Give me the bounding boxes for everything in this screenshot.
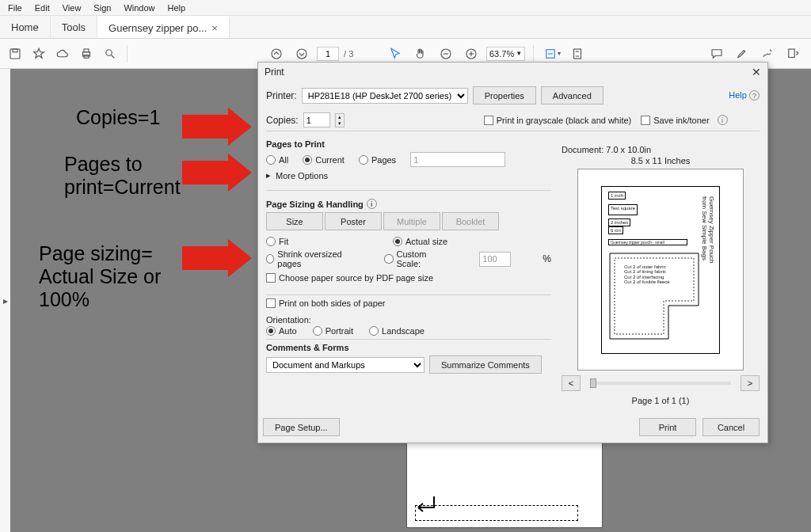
summarize-button[interactable]: Summarize Comments bbox=[429, 355, 542, 374]
multiple-tab-button[interactable]: Multiple bbox=[383, 212, 440, 230]
page-setup-button[interactable]: Page Setup... bbox=[263, 418, 340, 436]
copies-label: Copies: bbox=[266, 115, 299, 126]
help-link[interactable]: Help ? bbox=[729, 90, 760, 101]
zoom-out-icon[interactable] bbox=[436, 44, 456, 64]
menu-edit[interactable]: Edit bbox=[30, 2, 55, 14]
help-info-icon: ? bbox=[749, 90, 760, 101]
more-tools-icon[interactable] bbox=[782, 44, 803, 64]
menu-view[interactable]: View bbox=[58, 2, 86, 14]
sizing-heading: Page Sizing & Handlingi bbox=[266, 199, 551, 209]
save-icon[interactable] bbox=[5, 44, 25, 64]
fit-radio[interactable]: Fit bbox=[266, 237, 361, 246]
advanced-button[interactable]: Advanced bbox=[541, 86, 603, 104]
menu-file[interactable]: File bbox=[3, 2, 27, 14]
copies-input[interactable] bbox=[303, 112, 330, 127]
pages-range-radio[interactable]: Pages bbox=[359, 155, 396, 165]
svg-rect-0 bbox=[10, 49, 20, 59]
more-options-toggle[interactable]: ▸ More Options bbox=[266, 170, 551, 180]
actual-size-radio[interactable]: Actual size bbox=[393, 237, 447, 246]
fit-width-icon[interactable]: ▾ bbox=[542, 44, 562, 64]
preview-slider[interactable] bbox=[590, 382, 731, 385]
menu-window[interactable]: Window bbox=[119, 2, 159, 14]
svg-rect-16 bbox=[789, 49, 795, 58]
page-number-input[interactable] bbox=[317, 47, 339, 61]
print-dialog: Print ✕ Printer: HP281E18 (HP DeskJet 27… bbox=[257, 62, 768, 443]
preview-cut-text: Cut 2 of outer fabricCut 2 of lining fab… bbox=[624, 264, 670, 285]
doc-dimensions-label: Document: 7.0 x 10.0in bbox=[562, 145, 760, 154]
sheet-dimensions-label: 8.5 x 11 Inches bbox=[562, 156, 760, 165]
svg-rect-3 bbox=[84, 49, 89, 52]
printer-label: Printer: bbox=[266, 90, 297, 101]
shrink-radio[interactable]: Shrink oversized pages bbox=[266, 249, 352, 268]
print-icon[interactable] bbox=[76, 44, 97, 64]
close-icon[interactable]: ✕ bbox=[752, 66, 761, 78]
paper-source-checkbox[interactable]: Choose paper source by PDF page size bbox=[266, 273, 433, 283]
preview-prev-button[interactable]: < bbox=[562, 375, 581, 391]
preview-six-cm: 6 cm bbox=[608, 226, 623, 234]
svg-point-7 bbox=[272, 49, 281, 59]
print-button[interactable]: Print bbox=[639, 418, 696, 436]
comments-select[interactable]: Document and Markups bbox=[266, 357, 425, 373]
annotation-sizing: Page sizing= Actual Size or 100% bbox=[39, 242, 161, 311]
orientation-label: Orientation: bbox=[266, 315, 551, 325]
info-icon: i bbox=[718, 115, 728, 125]
select-tool-icon[interactable] bbox=[385, 44, 406, 64]
custom-scale-radio[interactable]: Custom Scale: bbox=[384, 249, 447, 268]
menu-bar: File Edit View Sign Window Help bbox=[0, 0, 811, 16]
annotation-copies: Copies=1 bbox=[76, 106, 160, 129]
svg-point-8 bbox=[297, 49, 307, 59]
print-preview: Guernsey Zipper Pouchfrom Sew Simple Bag… bbox=[577, 169, 744, 370]
grayscale-checkbox[interactable]: Print in grayscale (black and white) bbox=[484, 116, 632, 125]
preview-doc-title: Guernsey Zipper Pouchfrom Sew Simple Bag… bbox=[700, 196, 714, 264]
tab-document[interactable]: Guernsey zipper po... × bbox=[97, 16, 230, 38]
duplex-checkbox[interactable]: Print on both sides of paper bbox=[266, 298, 386, 308]
preview-page-label: Page 1 of 1 (1) bbox=[562, 396, 760, 405]
poster-tab-button[interactable]: Poster bbox=[325, 212, 382, 230]
fit-page-icon[interactable] bbox=[567, 44, 588, 64]
arrow-graphic-icon bbox=[412, 493, 436, 517]
tab-document-label: Guernsey zipper po... bbox=[109, 22, 207, 34]
cancel-button[interactable]: Cancel bbox=[702, 418, 760, 436]
save-ink-checkbox[interactable]: Save ink/toner bbox=[641, 116, 709, 125]
dialog-title: Print bbox=[265, 66, 284, 78]
svg-rect-1 bbox=[13, 49, 17, 52]
side-panel-toggle[interactable]: ▸ bbox=[0, 69, 10, 532]
pages-to-print-heading: Pages to Print bbox=[266, 139, 551, 149]
info-icon: i bbox=[367, 199, 377, 209]
size-tab-button[interactable]: Size bbox=[266, 212, 323, 230]
orientation-portrait-radio[interactable]: Portrait bbox=[313, 326, 353, 336]
cloud-icon[interactable] bbox=[52, 44, 73, 64]
search-icon[interactable] bbox=[100, 44, 120, 64]
preview-test-square: Test square bbox=[608, 204, 638, 215]
zoom-in-icon[interactable] bbox=[461, 44, 482, 64]
zoom-select[interactable]: 63.7%▼ bbox=[486, 47, 525, 61]
tab-home[interactable]: Home bbox=[0, 16, 51, 38]
menu-help[interactable]: Help bbox=[163, 2, 191, 14]
properties-button[interactable]: Properties bbox=[473, 86, 536, 104]
menu-sign[interactable]: Sign bbox=[89, 2, 116, 14]
preview-one-inch: 1 inch bbox=[608, 192, 626, 200]
printer-select[interactable]: HP281E18 (HP DeskJet 2700 series) bbox=[302, 88, 468, 104]
tab-tools[interactable]: Tools bbox=[51, 16, 97, 38]
sign-icon[interactable] bbox=[757, 44, 778, 64]
percent-label: % bbox=[543, 253, 551, 264]
orientation-landscape-radio[interactable]: Landscape bbox=[369, 326, 425, 336]
star-icon[interactable] bbox=[29, 44, 49, 64]
pages-all-radio[interactable]: All bbox=[266, 155, 288, 165]
booklet-tab-button[interactable]: Booklet bbox=[442, 212, 499, 230]
page-down-icon[interactable] bbox=[291, 44, 312, 64]
preview-label-bar: Guernsey zipper pouch - small bbox=[608, 239, 687, 245]
highlight-icon[interactable] bbox=[732, 44, 752, 64]
preview-next-button[interactable]: > bbox=[741, 375, 760, 391]
orientation-auto-radio[interactable]: Auto bbox=[266, 326, 297, 336]
comment-icon[interactable] bbox=[706, 44, 727, 64]
copies-spinner[interactable]: ▴▾ bbox=[335, 113, 345, 127]
page-total: 3 bbox=[348, 49, 353, 59]
page-up-icon[interactable] bbox=[266, 44, 287, 64]
custom-scale-input bbox=[479, 252, 511, 267]
preview-two-inches: 2 inches bbox=[608, 218, 630, 226]
hand-tool-icon[interactable] bbox=[410, 44, 431, 64]
comments-heading: Comments & Forms bbox=[266, 343, 551, 352]
pages-current-radio[interactable]: Current bbox=[303, 155, 345, 165]
tab-close-icon[interactable]: × bbox=[211, 22, 218, 34]
